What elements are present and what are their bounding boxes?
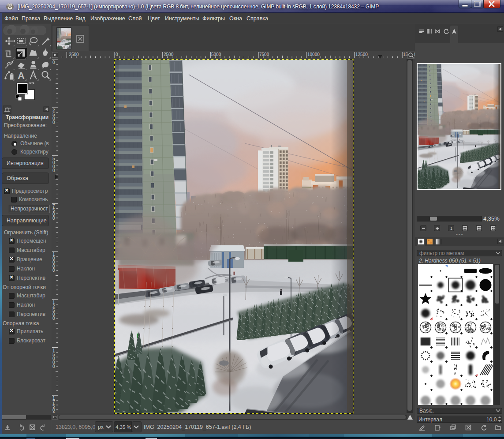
svg-text:0: 0 xyxy=(116,52,118,57)
svg-text:10000: 10000 xyxy=(307,52,320,57)
svg-text:5000: 5000 xyxy=(211,52,221,57)
svg-text:-2500: -2500 xyxy=(67,52,79,57)
svg-text:2500: 2500 xyxy=(52,108,55,125)
svg-text:A: A xyxy=(18,70,25,81)
svg-text:0: 0 xyxy=(52,60,55,65)
svg-text:2500: 2500 xyxy=(164,52,174,57)
svg-text:12500: 12500 xyxy=(355,52,368,57)
svg-text:10000: 10000 xyxy=(52,252,55,273)
svg-text:15000: 15000 xyxy=(52,348,55,369)
svg-text:7500: 7500 xyxy=(52,204,55,221)
svg-text:7500: 7500 xyxy=(259,52,269,57)
svg-text:5000: 5000 xyxy=(52,156,55,173)
svg-text:17500: 17500 xyxy=(52,396,55,413)
svg-text:12500: 12500 xyxy=(52,300,55,321)
svg-text:1: 1 xyxy=(450,226,452,231)
